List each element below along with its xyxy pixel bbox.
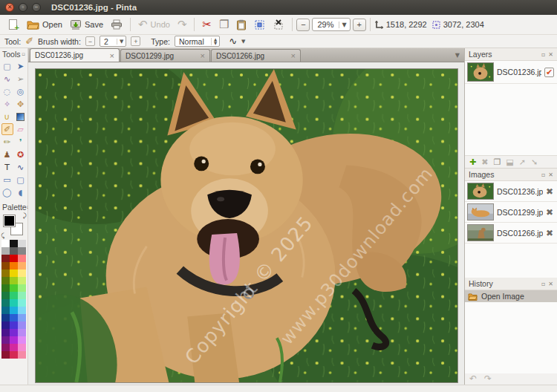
palette-swatch-22[interactable]	[10, 292, 18, 299]
palette-swatch-14[interactable]	[18, 270, 26, 277]
palette-swatch-8[interactable]	[18, 255, 26, 262]
brush-width-increase-button[interactable]: +	[131, 36, 140, 46]
palette-swatch-42[interactable]	[1, 344, 10, 351]
palette-swatch-40[interactable]	[10, 336, 18, 344]
blend-type-combo[interactable]: Normal ▲▼	[175, 36, 220, 47]
palette-swatch-25[interactable]	[10, 299, 18, 307]
close-image-icon[interactable]: ✖	[546, 186, 555, 197]
delete-layer-button[interactable]: ✖	[481, 158, 488, 166]
dock-panel-icon[interactable]: ▫	[541, 281, 545, 287]
window-maximize-button[interactable]: −	[32, 3, 41, 12]
palette-swatch-19[interactable]	[10, 284, 18, 292]
palette-swatch-46[interactable]	[10, 351, 18, 359]
palette-swatch-28[interactable]	[10, 307, 18, 314]
add-layer-button[interactable]: ✚	[469, 158, 476, 166]
palette-swatch-13[interactable]	[10, 270, 18, 277]
palette-swatch-30[interactable]	[1, 314, 10, 321]
palette-swatch-45[interactable]	[1, 351, 10, 359]
tool-pan-tool[interactable]: ✥	[15, 98, 27, 110]
palette-swatch-4[interactable]	[10, 247, 18, 255]
tool-ellipse-select[interactable]: ◌	[1, 85, 13, 97]
undo-button[interactable]: ↶ Undo	[134, 18, 174, 32]
tool-eraser[interactable]: ▱	[15, 123, 27, 135]
palette-swatch-21[interactable]	[1, 292, 10, 299]
swap-colors-icon[interactable]: ⤸	[23, 212, 27, 220]
palette-swatch-41[interactable]	[18, 336, 26, 344]
photo-canvas[interactable]: Copyright © 2025 www.p30download.com	[35, 68, 458, 383]
dock-panel-icon[interactable]: ▫	[541, 51, 545, 58]
tool-move-tool[interactable]: ➢	[15, 73, 27, 85]
history-redo-icon[interactable]: ↷	[484, 374, 492, 384]
tool-color-picker[interactable]: ❜	[15, 136, 27, 148]
move-layer-down-button[interactable]: ➘	[531, 158, 538, 166]
cut-button[interactable]: ✂	[198, 18, 215, 32]
tool-line-curve-tool[interactable]: ∿	[15, 161, 27, 173]
palette-swatch-38[interactable]	[18, 329, 26, 336]
layer-visibility-checkbox[interactable]: ✔	[544, 68, 554, 77]
tool-lasso-select[interactable]: ∿	[1, 73, 13, 85]
palette-swatch-5[interactable]	[18, 247, 26, 255]
palette-swatch-2[interactable]	[18, 240, 26, 247]
palette-swatch-33[interactable]	[1, 321, 10, 329]
palette-swatch-1[interactable]	[10, 240, 18, 247]
reset-colors-icon[interactable]: ⤹	[1, 232, 5, 240]
deselect-button[interactable]	[269, 18, 288, 32]
close-image-icon[interactable]: ✖	[546, 228, 555, 238]
current-tool-brush-icon[interactable]: ✐	[25, 36, 33, 46]
image-row-dsc01236[interactable]: DSC01236.jpg ✖	[465, 181, 557, 202]
palette-swatch-10[interactable]	[10, 262, 18, 270]
tab-close-icon[interactable]: ×	[291, 52, 296, 59]
close-image-icon[interactable]: ✖	[546, 207, 555, 218]
palette-swatch-44[interactable]	[18, 344, 26, 351]
tab-overflow-icon[interactable]: ▼	[455, 52, 464, 59]
palette-swatch-9[interactable]	[1, 262, 10, 270]
close-panel-icon[interactable]: ✕	[548, 172, 553, 178]
tool-rounded-rectangle-shape[interactable]: ▢	[15, 174, 27, 186]
layer-row[interactable]: DSC01236.jpg ✔	[465, 61, 557, 84]
palette-swatch-47[interactable]	[18, 351, 26, 359]
line-style-button[interactable]: ∿	[229, 36, 237, 46]
palette-swatch-16[interactable]	[10, 277, 18, 284]
image-row-dsc01266[interactable]: DSC01266.jpg ✖	[465, 223, 557, 244]
tool-gradient-tool[interactable]	[15, 111, 27, 122]
tool-move-selection[interactable]: ➤	[15, 60, 27, 72]
tool-paint-bucket[interactable]: ∪	[1, 111, 13, 122]
merge-layer-down-button[interactable]: ⬓	[506, 158, 513, 166]
new-image-button[interactable]: +	[4, 17, 23, 32]
collapse-panel-icon[interactable]: ▫	[22, 51, 25, 57]
dock-panel-icon[interactable]: ▫	[541, 172, 545, 178]
palette-swatch-7[interactable]	[10, 255, 18, 262]
tool-ellipse-shape[interactable]: ◯	[1, 186, 13, 198]
palette-swatch-3[interactable]	[1, 247, 10, 255]
image-row-dsc01299[interactable]: DSC01299.jpg ✖	[465, 202, 557, 223]
open-button[interactable]: Open	[23, 18, 66, 31]
window-close-button[interactable]: ✕	[5, 3, 14, 12]
zoom-in-button[interactable]: +	[353, 19, 366, 31]
tool-clone-stamp[interactable]: ♟	[1, 148, 13, 160]
tool-freeform-shape[interactable]: ◖	[15, 186, 27, 198]
tool-magic-wand[interactable]: ✧	[1, 98, 13, 110]
crop-to-selection-button[interactable]	[250, 18, 269, 32]
palette-swatch-23[interactable]	[18, 292, 26, 299]
palette-swatch-37[interactable]	[10, 329, 18, 336]
copy-button[interactable]: ❐	[215, 18, 232, 32]
palette-swatch-43[interactable]	[10, 344, 18, 351]
palette-swatch-15[interactable]	[1, 277, 10, 284]
palette-swatch-29[interactable]	[18, 307, 26, 314]
paste-button[interactable]	[232, 18, 250, 32]
tool-pencil[interactable]: ✏	[1, 136, 13, 148]
chevron-down-icon[interactable]: ▼	[241, 39, 245, 45]
palette-swatch-20[interactable]	[18, 284, 26, 292]
palette-swatch-6[interactable]	[1, 255, 10, 262]
close-panel-icon[interactable]: ✕	[548, 51, 553, 58]
palette-swatch-36[interactable]	[1, 329, 10, 336]
palette-swatch-27[interactable]	[1, 307, 10, 314]
redo-button[interactable]: ↷	[174, 18, 191, 32]
tool-recolor-tool[interactable]: ✪	[15, 148, 27, 160]
palette-swatch-11[interactable]	[18, 262, 26, 270]
primary-color-swatch[interactable]	[3, 215, 16, 227]
palette-swatch-0[interactable]	[1, 240, 10, 247]
palette-swatch-24[interactable]	[1, 299, 10, 307]
palette-swatch-39[interactable]	[1, 336, 10, 344]
tool-text-tool[interactable]: T	[1, 161, 13, 173]
